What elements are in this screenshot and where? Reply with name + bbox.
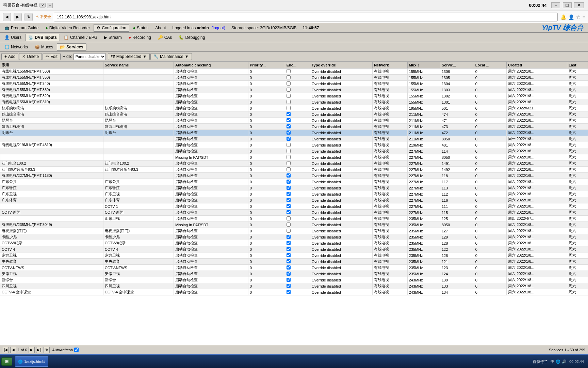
enc-checkbox[interactable]: [287, 124, 291, 128]
start-button[interactable]: ⊞: [1, 357, 12, 366]
table-container[interactable]: 频道 Service name Automatic checking Prior…: [0, 61, 588, 345]
col-created[interactable]: Created: [507, 62, 567, 68]
maintenance-btn[interactable]: 🔧 Maintenance ▼: [150, 53, 192, 60]
enc-checkbox[interactable]: [287, 88, 291, 92]
table-row[interactable]: CCTV-NEWSCCTV-NEWS启动自动检查0Override disabl…: [0, 265, 588, 271]
enc-checkbox[interactable]: [287, 75, 291, 79]
table-row[interactable]: 快乐购物高清快乐购物高清启动自动检查0Override disabled有线电视…: [0, 105, 588, 111]
new-tab-btn[interactable]: +: [47, 3, 53, 8]
nav-recording[interactable]: ● Recording: [126, 34, 154, 41]
nav-program-guide[interactable]: 📺 Program Guide: [1, 24, 42, 32]
nav-users[interactable]: 👤 Users: [1, 34, 24, 41]
enc-checkbox[interactable]: [287, 106, 291, 110]
enc-checkbox[interactable]: [287, 229, 291, 233]
map-selected-btn[interactable]: 🗺 Map Selected ▼: [108, 53, 150, 60]
forward-btn[interactable]: ▶: [14, 13, 22, 21]
edit-btn[interactable]: ✏ Edit: [43, 53, 61, 60]
nav-configuration[interactable]: ⚙ Configuration: [94, 24, 129, 32]
table-row[interactable]: 江门旅游音乐台93.3江门旅游音乐台93.3启动自动检查0Override di…: [0, 167, 588, 173]
col-enc[interactable]: Enc...: [285, 62, 310, 68]
col-last[interactable]: Last: [567, 62, 588, 68]
nav-dvr[interactable]: ● Digital Video Recorder: [42, 24, 93, 32]
enc-checkbox[interactable]: [287, 223, 291, 227]
enc-checkbox[interactable]: [287, 284, 291, 288]
table-row[interactable]: 有线电视/155MHz/(PMT.340)启动自动检查0Override dis…: [0, 81, 588, 87]
table-row[interactable]: 四川卫视四川卫视启动自动检查0Override disabled有线电视243M…: [0, 283, 588, 289]
table-row[interactable]: CCTV-4CCTV-4启动自动检查0Override disabled有线电视…: [0, 246, 588, 252]
table-row[interactable]: 有线电视/155MHz/(PMT.360)启动自动检查0Override dis…: [0, 68, 588, 75]
enc-checkbox[interactable]: [287, 204, 291, 208]
nav-dvb-inputs[interactable]: 📡 DVB Inputs: [25, 34, 60, 41]
enc-checkbox[interactable]: [287, 149, 291, 153]
table-row[interactable]: 启动自动检查0Override disabled有线电视227MHz1140周六…: [0, 148, 588, 154]
notification-icon[interactable]: 🔔: [560, 14, 566, 20]
enc-checkbox[interactable]: [287, 180, 291, 184]
table-row[interactable]: 广东体育广东体育启动自动检查0Override disabled有线电视227M…: [0, 197, 588, 203]
table-row[interactable]: 明珠台明珠台启动自动检查0Override disabled有线电视211MHz…: [0, 130, 588, 136]
table-row[interactable]: 广东珠江广东珠江启动自动检查0Override disabled有线电视227M…: [0, 185, 588, 191]
address-input[interactable]: [54, 13, 558, 21]
col-auto-check[interactable]: Automatic checking: [174, 62, 248, 68]
table-row[interactable]: 新综合新综合启动自动检查0Override disabled有线电视243MHz…: [0, 277, 588, 283]
table-row[interactable]: CCTV-9纪录CCTV-9纪录启动自动检查0Override disabled…: [0, 240, 588, 246]
back-btn[interactable]: ◀: [3, 13, 11, 21]
enc-checkbox[interactable]: [287, 253, 291, 257]
nav-cas[interactable]: 🔑 CAs: [155, 34, 175, 41]
logout-link[interactable]: (logout): [211, 26, 225, 30]
nav-muxes[interactable]: 📦 Muxes: [32, 43, 56, 51]
table-row[interactable]: 安徽卫视安徽卫视启动自动检查0Override disabled有线电视235M…: [0, 271, 588, 277]
maximize-btn[interactable]: □: [563, 2, 572, 8]
account-icon[interactable]: 👤: [568, 14, 574, 20]
nav-about[interactable]: About: [152, 24, 169, 32]
table-row[interactable]: 有线电视/155MHz/(PMT.350)启动自动检查0Override dis…: [0, 75, 588, 81]
col-mux[interactable]: Mux ↑: [407, 62, 440, 68]
enc-checkbox[interactable]: [287, 259, 291, 263]
table-row[interactable]: 有线电视/235MHz/(PMT.8049)Missing In PAT/SDT…: [0, 222, 588, 228]
enc-checkbox[interactable]: [287, 216, 291, 220]
table-row[interactable]: 东方卫视东方卫视启动自动检查0Override disabled有线电视235M…: [0, 252, 588, 259]
table-row[interactable]: 山东卫视启动自动检查0Override disabled有线电视235MHz12…: [0, 216, 588, 222]
nav-channel-epg[interactable]: 📋 Channel / EPG: [61, 34, 100, 41]
col-service-name[interactable]: Service name: [103, 62, 174, 68]
enc-checkbox[interactable]: [287, 94, 291, 98]
taskbar-item-browser[interactable]: 🌐 1/extjs.html#: [15, 356, 48, 367]
enc-checkbox[interactable]: [287, 265, 291, 270]
table-row[interactable]: 启动自动检查0Override disabled有线电视211MHz80500周…: [0, 136, 588, 142]
reload-btn[interactable]: ↻: [24, 13, 33, 21]
enc-checkbox[interactable]: [287, 167, 291, 171]
enc-checkbox[interactable]: [287, 131, 291, 135]
enc-checkbox[interactable]: [287, 81, 291, 86]
nav-services[interactable]: 📂 Services: [57, 43, 86, 51]
table-row[interactable]: 广东卫视广东卫视启动自动检查0Override disabled有线电视227M…: [0, 191, 588, 197]
table-row[interactable]: CCTV-1启动自动检查0Override disabled有线电视227MHz…: [0, 203, 588, 210]
enc-checkbox[interactable]: [287, 198, 291, 202]
col-network[interactable]: Network: [373, 62, 407, 68]
enc-checkbox[interactable]: [287, 112, 291, 116]
enc-checkbox[interactable]: [287, 241, 291, 245]
enc-checkbox[interactable]: [287, 69, 291, 73]
star-icon[interactable]: ☆: [576, 14, 581, 20]
enc-checkbox[interactable]: [287, 143, 291, 147]
network-tray-icon[interactable]: 🌐: [556, 359, 560, 364]
table-row[interactable]: 有线电视/219MHz/(PMT.4810)启动自动检查0Override di…: [0, 142, 588, 148]
minimize-btn[interactable]: −: [551, 2, 560, 8]
table-row[interactable]: 江门电台100.2江门电台100.2启动自动检查0Override disabl…: [0, 160, 588, 167]
hide-select[interactable]: Parent disable: [74, 53, 106, 60]
col-servic[interactable]: Servic...: [440, 62, 474, 68]
enc-checkbox[interactable]: [287, 210, 291, 214]
enc-checkbox[interactable]: [287, 247, 291, 251]
table-row[interactable]: 陕西卫视高清陕西卫视高清启动自动检查0Override disabled有线电视…: [0, 124, 588, 130]
menu-icon[interactable]: ≡: [583, 14, 585, 20]
table-row[interactable]: 中央教育中央教育启动自动检查0Override disabled有线电视235M…: [0, 259, 588, 265]
volume-icon[interactable]: 🔊: [562, 359, 567, 364]
enc-checkbox[interactable]: [287, 155, 291, 159]
table-row[interactable]: 电视振播(江门)电视振播(江门)启动自动检查0Override disabled…: [0, 228, 588, 234]
table-row[interactable]: 有线电视/155MHz/(PMT.310)启动自动检查0Override dis…: [0, 99, 588, 105]
table-row[interactable]: 有线电视/155MHz/(PMT.330)启动自动检查0Override dis…: [0, 87, 588, 93]
add-btn[interactable]: + Add: [1, 53, 18, 60]
table-row[interactable]: 广东公共广东公共启动自动检查0Override disabled有线电视227M…: [0, 179, 588, 185]
nav-networks[interactable]: 🌐 Networks: [1, 43, 31, 51]
col-type-override[interactable]: Type override: [310, 62, 373, 68]
nav-stream[interactable]: ▶ Stream: [101, 34, 125, 41]
auto-refresh-checkbox[interactable]: [74, 348, 79, 352]
